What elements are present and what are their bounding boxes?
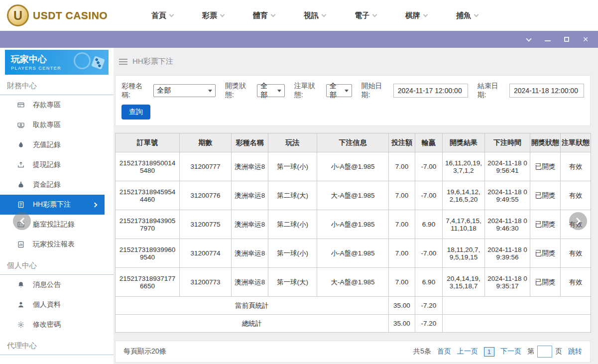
start-date-label: 開始日期: <box>361 82 391 100</box>
nav-item-label: 視訊 <box>304 11 319 20</box>
end-date-label: 結束日期: <box>478 82 507 100</box>
cell-order-status: 有效 <box>561 152 591 181</box>
current-page-stats-label: 當前頁統計 <box>116 297 389 315</box>
sidebar-item-announcements[interactable]: 消息公告 <box>0 275 114 295</box>
jump-button[interactable]: 跳转 <box>568 347 582 356</box>
table-header-row: 訂單號期數彩種名稱玩法下注信息投注額輸贏開獎結果下注時間開獎狀態注單狀態 <box>116 133 591 152</box>
sidebar-item-profile[interactable]: 個人資料 <box>0 295 114 315</box>
cell-draw-status: 已開獎 <box>530 239 561 268</box>
sidebar-item-funds-records[interactable]: 資金記錄 <box>0 175 114 195</box>
profile-icon <box>17 301 25 309</box>
menu-toggle-icon[interactable] <box>119 57 127 66</box>
nav-item-board-games[interactable]: 棋牌 <box>405 11 427 20</box>
cell-play-type: 第一球(小) <box>268 239 317 268</box>
column-header-lottery-name: 彩種名稱 <box>232 133 268 152</box>
logo[interactable]: U USDT CASINO <box>7 4 124 26</box>
filter-row: 彩種名稱: 全部 開獎狀態: 全部 注單狀態: 全部 開始日期: <box>121 82 584 100</box>
cell-period: 31200773 <box>180 268 232 297</box>
jump-suffix: 页 <box>555 347 562 356</box>
sidebar-item-hh-lottery-bets[interactable]: HH彩票下注 <box>0 195 105 215</box>
empty-cell <box>443 297 591 315</box>
chevron-down-icon <box>474 12 479 17</box>
cell-order-no: 2152173189371776650 <box>116 268 180 297</box>
withdrawal-records-icon <box>17 161 25 169</box>
sidebar-item-player-bet-report[interactable]: 玩家投注報表 <box>0 235 114 254</box>
cell-bet-amount: 7.00 <box>389 152 415 181</box>
cell-play-type: 第二球(大) <box>268 181 317 210</box>
pager: 共5条 首页 上一页 1 下一页 第 页 跳转 <box>413 346 582 358</box>
nav-item-slots[interactable]: 電子 <box>355 11 376 20</box>
table-body: 215217318950014548031200777澳洲幸运8第一球(小)小-… <box>116 152 591 297</box>
current-page-winloss-total: -7.20 <box>415 297 443 315</box>
jump-group: 第 页 <box>527 346 562 358</box>
window-minimize-button[interactable] <box>543 35 552 44</box>
nav-item-home[interactable]: 首頁 <box>151 11 173 20</box>
nav-item-sports[interactable]: 體育 <box>253 11 275 20</box>
carousel-left-arrow[interactable] <box>13 212 31 230</box>
sidebar-item-change-password[interactable]: 修改密碼 <box>0 315 114 335</box>
nav-item-label: 體育 <box>253 11 268 20</box>
nav-item-live-video[interactable]: 視訊 <box>304 11 326 20</box>
breadcrumb: HH彩票下注 <box>119 57 591 66</box>
first-page-link[interactable]: 首页 <box>437 347 451 356</box>
cell-period: 31200776 <box>180 181 232 210</box>
cell-period: 31200775 <box>180 210 232 239</box>
window-maximize-button[interactable] <box>562 35 571 44</box>
cell-draw-result: 20,4,14,19,3,15,18,7 <box>443 268 485 297</box>
column-header-play-type: 玩法 <box>268 133 317 152</box>
order-status-value: 全部 <box>330 82 342 100</box>
nav-item-fishing[interactable]: 捕魚 <box>456 11 478 20</box>
column-header-order-no: 訂單號 <box>116 133 180 152</box>
cell-win-loss: 6.90 <box>415 268 443 297</box>
sidebar-item-label: 修改密碼 <box>33 320 61 329</box>
cell-bet-info: 大-A盤@1.985 <box>317 181 389 210</box>
sidebar-item-label: 玩家投注報表 <box>33 240 75 249</box>
order-status-select[interactable]: 全部 <box>326 84 352 97</box>
nav-items: 首頁彩票體育視訊電子棋牌捕魚 <box>151 11 478 20</box>
column-header-draw-status: 開獎狀態 <box>530 133 561 152</box>
chevron-down-icon <box>169 12 174 17</box>
cell-win-loss: -7.00 <box>415 152 443 181</box>
cell-bet-info: 小-A盤@1.985 <box>317 239 389 268</box>
sidebar-item-recharge-records[interactable]: 充值記錄 <box>0 135 114 155</box>
chevron-right-icon <box>573 218 580 225</box>
sidebar-item-withdraw-zone[interactable]: 取款專區 <box>0 115 114 135</box>
lottery-name-select[interactable]: 全部 <box>153 84 216 97</box>
draw-status-select[interactable]: 全部 <box>257 84 285 97</box>
total-count: 共5条 <box>413 347 431 356</box>
window-collapse-button[interactable] <box>524 35 533 44</box>
cell-draw-result: 18,11,20,7,9,5,19,15 <box>443 239 485 268</box>
chevron-down-icon <box>220 12 225 17</box>
search-button[interactable]: 查詢 <box>121 105 150 120</box>
window-close-button[interactable]: × <box>581 35 590 44</box>
change-password-icon <box>17 321 25 329</box>
chevron-left-icon <box>19 218 26 225</box>
cell-draw-result: 7,4,17,6,15,11,10,18 <box>443 210 485 239</box>
filter-panel: 彩種名稱: 全部 開獎狀態: 全部 注單狀態: 全部 開始日期: <box>115 75 591 126</box>
sidebar-item-label: 取款專區 <box>33 121 61 129</box>
next-page-link[interactable]: 下一页 <box>500 347 521 356</box>
jump-prefix: 第 <box>527 347 534 356</box>
sidebar-item-deposit-zone[interactable]: 存款專區 <box>0 95 114 115</box>
cell-bet-amount: 7.00 <box>389 239 415 268</box>
players-center-subtitle: PLAYERS CENTER <box>11 66 103 71</box>
draw-status-value: 全部 <box>260 82 274 100</box>
table-row: 215217318937177665031200773澳洲幸运8第一球(大)大-… <box>116 268 591 297</box>
breadcrumb-title: HH彩票下注 <box>132 57 173 66</box>
nav-item-label: 電子 <box>355 11 369 20</box>
sidebar-item-withdrawal-records[interactable]: 提現記錄 <box>0 155 114 175</box>
nav-item-lottery[interactable]: 彩票 <box>202 11 224 20</box>
page-jump-input[interactable] <box>537 346 552 358</box>
start-date-input[interactable] <box>393 84 468 98</box>
cell-bet-time: 2024-11-18 09:56:41 <box>485 152 530 181</box>
end-date-input[interactable] <box>509 84 584 98</box>
prev-page-link[interactable]: 上一页 <box>457 347 478 356</box>
maximize-icon <box>564 37 569 42</box>
chevron-down-icon <box>322 12 327 17</box>
carousel-right-arrow[interactable] <box>569 212 587 230</box>
cell-draw-status: 已開獎 <box>530 268 561 297</box>
sidebar-item-label: 消息公告 <box>33 280 61 289</box>
top-navigation: U USDT CASINO 首頁彩票體育視訊電子棋牌捕魚 <box>0 0 598 31</box>
cell-draw-result: 16,11,20,19,3,7,1,2 <box>443 152 485 181</box>
table-row: 215217318939960954031200774澳洲幸运8第一球(小)小-… <box>116 239 591 268</box>
